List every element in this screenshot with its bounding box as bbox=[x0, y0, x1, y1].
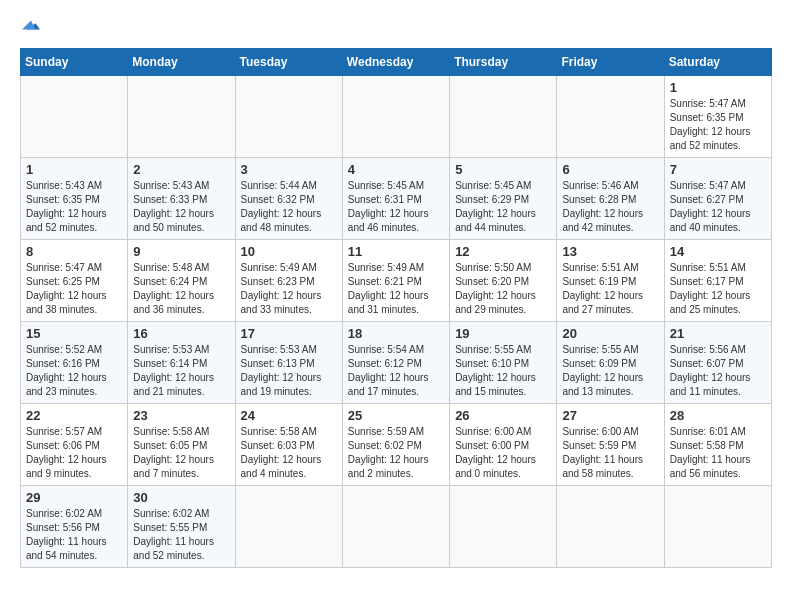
calendar-cell: 22 Sunrise: 5:57 AMSunset: 6:06 PMDaylig… bbox=[21, 404, 128, 486]
calendar-cell bbox=[557, 76, 664, 158]
calendar-cell bbox=[450, 76, 557, 158]
day-of-week-header: Tuesday bbox=[235, 49, 342, 76]
day-detail: Sunrise: 6:02 AMSunset: 5:56 PMDaylight:… bbox=[26, 508, 107, 561]
calendar-cell: 25 Sunrise: 5:59 AMSunset: 6:02 PMDaylig… bbox=[342, 404, 449, 486]
logo bbox=[20, 16, 40, 36]
calendar-cell: 26 Sunrise: 6:00 AMSunset: 6:00 PMDaylig… bbox=[450, 404, 557, 486]
calendar-cell: 21 Sunrise: 5:56 AMSunset: 6:07 PMDaylig… bbox=[664, 322, 771, 404]
calendar-week-row: 8 Sunrise: 5:47 AMSunset: 6:25 PMDayligh… bbox=[21, 240, 772, 322]
calendar-cell bbox=[235, 76, 342, 158]
day-detail: Sunrise: 5:48 AMSunset: 6:24 PMDaylight:… bbox=[133, 262, 214, 315]
day-number: 9 bbox=[133, 244, 229, 259]
page-container: SundayMondayTuesdayWednesdayThursdayFrid… bbox=[0, 0, 792, 578]
day-number: 28 bbox=[670, 408, 766, 423]
day-number: 22 bbox=[26, 408, 122, 423]
day-of-week-header: Saturday bbox=[664, 49, 771, 76]
day-number: 29 bbox=[26, 490, 122, 505]
day-number: 21 bbox=[670, 326, 766, 341]
day-detail: Sunrise: 5:43 AMSunset: 6:33 PMDaylight:… bbox=[133, 180, 214, 233]
day-number: 26 bbox=[455, 408, 551, 423]
calendar-cell: 13 Sunrise: 5:51 AMSunset: 6:19 PMDaylig… bbox=[557, 240, 664, 322]
day-detail: Sunrise: 5:55 AMSunset: 6:10 PMDaylight:… bbox=[455, 344, 536, 397]
calendar-cell: 19 Sunrise: 5:55 AMSunset: 6:10 PMDaylig… bbox=[450, 322, 557, 404]
calendar-cell: 5 Sunrise: 5:45 AMSunset: 6:29 PMDayligh… bbox=[450, 158, 557, 240]
day-detail: Sunrise: 5:53 AMSunset: 6:13 PMDaylight:… bbox=[241, 344, 322, 397]
day-number: 11 bbox=[348, 244, 444, 259]
calendar-week-row: 1 Sunrise: 5:47 AMSunset: 6:35 PMDayligh… bbox=[21, 76, 772, 158]
day-number: 8 bbox=[26, 244, 122, 259]
day-detail: Sunrise: 5:54 AMSunset: 6:12 PMDaylight:… bbox=[348, 344, 429, 397]
day-of-week-header: Sunday bbox=[21, 49, 128, 76]
calendar-cell bbox=[557, 486, 664, 568]
calendar-cell bbox=[21, 76, 128, 158]
day-detail: Sunrise: 5:59 AMSunset: 6:02 PMDaylight:… bbox=[348, 426, 429, 479]
day-number: 24 bbox=[241, 408, 337, 423]
calendar-cell: 11 Sunrise: 5:49 AMSunset: 6:21 PMDaylig… bbox=[342, 240, 449, 322]
day-detail: Sunrise: 5:47 AMSunset: 6:25 PMDaylight:… bbox=[26, 262, 107, 315]
day-detail: Sunrise: 5:44 AMSunset: 6:32 PMDaylight:… bbox=[241, 180, 322, 233]
day-number: 5 bbox=[455, 162, 551, 177]
calendar-cell: 2 Sunrise: 5:43 AMSunset: 6:33 PMDayligh… bbox=[128, 158, 235, 240]
day-detail: Sunrise: 5:53 AMSunset: 6:14 PMDaylight:… bbox=[133, 344, 214, 397]
day-detail: Sunrise: 5:52 AMSunset: 6:16 PMDaylight:… bbox=[26, 344, 107, 397]
calendar-cell: 12 Sunrise: 5:50 AMSunset: 6:20 PMDaylig… bbox=[450, 240, 557, 322]
calendar-cell: 23 Sunrise: 5:58 AMSunset: 6:05 PMDaylig… bbox=[128, 404, 235, 486]
day-number: 4 bbox=[348, 162, 444, 177]
day-number: 30 bbox=[133, 490, 229, 505]
calendar-cell: 4 Sunrise: 5:45 AMSunset: 6:31 PMDayligh… bbox=[342, 158, 449, 240]
day-number: 12 bbox=[455, 244, 551, 259]
day-number: 6 bbox=[562, 162, 658, 177]
calendar-week-row: 29 Sunrise: 6:02 AMSunset: 5:56 PMDaylig… bbox=[21, 486, 772, 568]
day-detail: Sunrise: 5:50 AMSunset: 6:20 PMDaylight:… bbox=[455, 262, 536, 315]
day-detail: Sunrise: 5:47 AMSunset: 6:35 PMDaylight:… bbox=[670, 98, 751, 151]
calendar-cell: 10 Sunrise: 5:49 AMSunset: 6:23 PMDaylig… bbox=[235, 240, 342, 322]
calendar-cell bbox=[235, 486, 342, 568]
day-number: 2 bbox=[133, 162, 229, 177]
day-number: 25 bbox=[348, 408, 444, 423]
day-detail: Sunrise: 5:56 AMSunset: 6:07 PMDaylight:… bbox=[670, 344, 751, 397]
calendar-cell bbox=[128, 76, 235, 158]
day-of-week-header: Friday bbox=[557, 49, 664, 76]
day-detail: Sunrise: 6:00 AMSunset: 5:59 PMDaylight:… bbox=[562, 426, 643, 479]
calendar-cell: 27 Sunrise: 6:00 AMSunset: 5:59 PMDaylig… bbox=[557, 404, 664, 486]
calendar-cell: 8 Sunrise: 5:47 AMSunset: 6:25 PMDayligh… bbox=[21, 240, 128, 322]
day-number: 16 bbox=[133, 326, 229, 341]
calendar-week-row: 22 Sunrise: 5:57 AMSunset: 6:06 PMDaylig… bbox=[21, 404, 772, 486]
day-number: 20 bbox=[562, 326, 658, 341]
day-detail: Sunrise: 5:45 AMSunset: 6:29 PMDaylight:… bbox=[455, 180, 536, 233]
calendar-cell: 30 Sunrise: 6:02 AMSunset: 5:55 PMDaylig… bbox=[128, 486, 235, 568]
day-detail: Sunrise: 5:47 AMSunset: 6:27 PMDaylight:… bbox=[670, 180, 751, 233]
day-detail: Sunrise: 5:58 AMSunset: 6:03 PMDaylight:… bbox=[241, 426, 322, 479]
day-detail: Sunrise: 6:00 AMSunset: 6:00 PMDaylight:… bbox=[455, 426, 536, 479]
calendar-cell: 16 Sunrise: 5:53 AMSunset: 6:14 PMDaylig… bbox=[128, 322, 235, 404]
day-of-week-header: Wednesday bbox=[342, 49, 449, 76]
day-detail: Sunrise: 5:45 AMSunset: 6:31 PMDaylight:… bbox=[348, 180, 429, 233]
day-number: 23 bbox=[133, 408, 229, 423]
day-of-week-header: Thursday bbox=[450, 49, 557, 76]
calendar-cell: 15 Sunrise: 5:52 AMSunset: 6:16 PMDaylig… bbox=[21, 322, 128, 404]
day-of-week-header: Monday bbox=[128, 49, 235, 76]
day-detail: Sunrise: 5:55 AMSunset: 6:09 PMDaylight:… bbox=[562, 344, 643, 397]
calendar-cell: 1 Sunrise: 5:43 AMSunset: 6:35 PMDayligh… bbox=[21, 158, 128, 240]
calendar-cell: 1 Sunrise: 5:47 AMSunset: 6:35 PMDayligh… bbox=[664, 76, 771, 158]
day-number: 27 bbox=[562, 408, 658, 423]
day-number: 7 bbox=[670, 162, 766, 177]
calendar-cell: 29 Sunrise: 6:02 AMSunset: 5:56 PMDaylig… bbox=[21, 486, 128, 568]
header-row: SundayMondayTuesdayWednesdayThursdayFrid… bbox=[21, 49, 772, 76]
calendar-cell: 17 Sunrise: 5:53 AMSunset: 6:13 PMDaylig… bbox=[235, 322, 342, 404]
calendar-cell: 3 Sunrise: 5:44 AMSunset: 6:32 PMDayligh… bbox=[235, 158, 342, 240]
calendar-cell: 24 Sunrise: 5:58 AMSunset: 6:03 PMDaylig… bbox=[235, 404, 342, 486]
calendar-cell bbox=[342, 76, 449, 158]
calendar-cell bbox=[450, 486, 557, 568]
day-detail: Sunrise: 5:46 AMSunset: 6:28 PMDaylight:… bbox=[562, 180, 643, 233]
calendar-cell bbox=[664, 486, 771, 568]
day-detail: Sunrise: 5:51 AMSunset: 6:17 PMDaylight:… bbox=[670, 262, 751, 315]
logo-icon bbox=[22, 16, 40, 34]
calendar-cell: 9 Sunrise: 5:48 AMSunset: 6:24 PMDayligh… bbox=[128, 240, 235, 322]
day-number: 10 bbox=[241, 244, 337, 259]
day-number: 13 bbox=[562, 244, 658, 259]
day-detail: Sunrise: 6:02 AMSunset: 5:55 PMDaylight:… bbox=[133, 508, 214, 561]
day-number: 15 bbox=[26, 326, 122, 341]
day-number: 1 bbox=[670, 80, 766, 95]
day-detail: Sunrise: 5:57 AMSunset: 6:06 PMDaylight:… bbox=[26, 426, 107, 479]
